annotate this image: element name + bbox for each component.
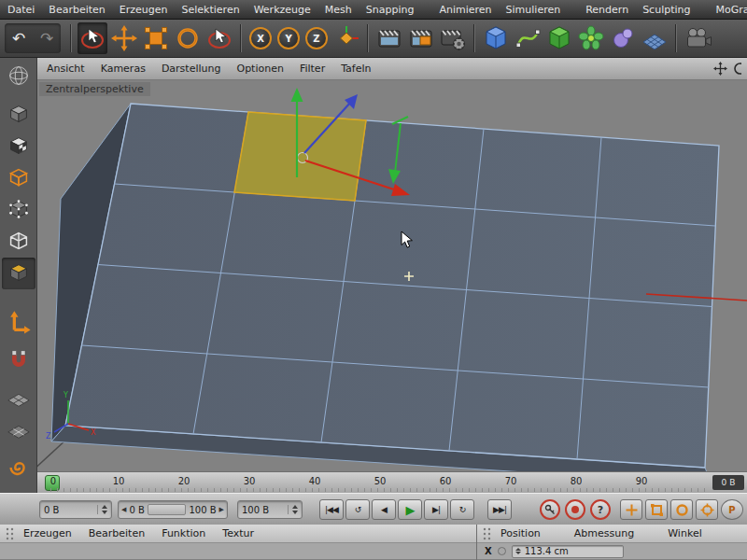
frame-stepper[interactable]	[97, 505, 107, 514]
goto-start-button[interactable]: |◀◀	[319, 499, 344, 520]
panel-drag-handle-icon[interactable]	[6, 527, 14, 540]
vp-menu-optionen[interactable]: Optionen	[236, 63, 283, 75]
enable-axis-button[interactable]	[2, 306, 35, 338]
x-position-field[interactable]: 113.4 cm	[512, 545, 624, 558]
add-metaball-button[interactable]	[608, 22, 638, 54]
stepper-up-icon[interactable]	[515, 548, 521, 551]
rotate-tool[interactable]	[173, 22, 203, 54]
menu-mograph[interactable]: MoGraph	[716, 4, 747, 16]
polygons-mode-button[interactable]	[2, 258, 35, 289]
panel-drag-handle-icon[interactable]	[483, 527, 491, 540]
timeline-ruler[interactable]: 0 10 20 30 40 50 60 70 80 90 0 B	[37, 471, 747, 493]
preview-range-slider[interactable]: ◀ 0 B 100 B ▶	[118, 500, 228, 519]
menu-mesh[interactable]: Mesh	[325, 4, 352, 16]
range-prev-icon[interactable]: ◀	[121, 506, 126, 513]
snap-spiral-button[interactable]	[2, 452, 35, 483]
x-axis-lock-button[interactable]: X	[249, 27, 272, 49]
x-axis-label: X	[257, 34, 264, 44]
end-frame-field[interactable]: 100 B	[237, 500, 303, 519]
key-scale-button[interactable]	[645, 499, 668, 520]
workplane-button[interactable]	[2, 383, 35, 414]
goto-end-button[interactable]: ▶▶|	[487, 499, 512, 520]
current-frame-field[interactable]: 0 B	[39, 500, 112, 519]
menu-datei[interactable]: Datei	[7, 4, 35, 16]
plane-object[interactable]	[51, 104, 719, 471]
stepper-down-icon[interactable]	[292, 511, 298, 514]
menu-sculpting[interactable]: Sculpting	[642, 4, 690, 16]
play-button[interactable]: ▶	[398, 499, 422, 520]
next-frame-button[interactable]: ▶|	[424, 499, 448, 520]
live-selection-tool[interactable]	[78, 22, 107, 54]
stepper-up-icon[interactable]	[102, 505, 107, 509]
move-tool[interactable]	[109, 22, 139, 54]
key-rotation-button[interactable]	[670, 499, 693, 520]
menu-rendern[interactable]: Rendern	[585, 4, 628, 16]
z-axis-lock-button[interactable]: Z	[305, 27, 328, 49]
range-next-icon[interactable]: ▶	[219, 506, 224, 513]
edges-mode-button[interactable]	[2, 226, 35, 258]
key-position-button[interactable]	[620, 499, 642, 520]
menu-simulieren[interactable]: Simulieren	[506, 4, 561, 16]
key-parameter-target-button[interactable]	[696, 499, 718, 520]
last-used-tool[interactable]	[204, 22, 234, 54]
workplane-lock-icon	[6, 417, 32, 443]
material-manager-body[interactable]	[0, 543, 476, 559]
tab-funktion[interactable]: Funktion	[162, 527, 205, 539]
autokey-button[interactable]	[565, 499, 585, 520]
viewport-canvas[interactable]: Y X Z	[37, 80, 747, 471]
vp-menu-tafeln[interactable]: Tafeln	[341, 63, 371, 75]
lock-workplane-button[interactable]	[2, 414, 35, 446]
add-camera-button[interactable]	[683, 22, 712, 54]
viewport[interactable]: Y X Z Zentralperspektive	[37, 80, 747, 471]
end-frame-stepper[interactable]	[288, 505, 298, 514]
tab-erzeugen[interactable]: Erzeugen	[23, 527, 72, 539]
stepper-down-icon[interactable]	[102, 511, 107, 514]
key-pla-button[interactable]: P	[721, 499, 743, 520]
render-to-picture-viewer-button[interactable]	[406, 22, 436, 54]
y-axis-lock-button[interactable]: Y	[277, 27, 300, 49]
stepper-down-icon[interactable]	[515, 552, 521, 554]
vp-menu-ansicht[interactable]: Ansicht	[47, 63, 85, 75]
play-backwards-button[interactable]: ↺	[345, 499, 370, 520]
menu-erzeugen[interactable]: Erzeugen	[120, 4, 168, 16]
enable-snap-button[interactable]	[2, 345, 35, 377]
vp-menu-kameras[interactable]: Kameras	[101, 63, 146, 75]
keyframe-circle-icon[interactable]	[498, 547, 506, 555]
menu-werkzeuge[interactable]: Werkzeuge	[254, 4, 311, 16]
range-track[interactable]	[148, 504, 187, 515]
selected-polygon[interactable]	[234, 112, 366, 201]
undo-button[interactable]: ↶	[5, 23, 33, 53]
vp-menu-filter[interactable]: Filter	[300, 63, 325, 75]
points-mode-button[interactable]	[2, 194, 35, 226]
menu-snapping[interactable]: Snapping	[366, 4, 415, 16]
help-button[interactable]: ?	[590, 499, 611, 520]
add-spline-button[interactable]	[513, 22, 543, 54]
pan-view-icon[interactable]	[713, 62, 727, 76]
texture-mode-button[interactable]	[2, 131, 35, 162]
gizmo-y-arrowhead[interactable]	[291, 88, 303, 102]
coordinate-system-button[interactable]	[331, 22, 361, 54]
menu-selektieren[interactable]: Selektieren	[182, 4, 240, 16]
menu-bearbeiten[interactable]: Bearbeiten	[49, 4, 105, 16]
add-subdivision-surface-button[interactable]	[544, 22, 574, 54]
workplane-mode-button[interactable]	[2, 162, 35, 194]
add-floor-button[interactable]	[640, 22, 669, 54]
model-mode-button[interactable]	[2, 99, 35, 131]
make-editable-button[interactable]	[2, 60, 35, 91]
record-keyframe-button[interactable]	[540, 499, 560, 520]
render-settings-button[interactable]	[438, 22, 468, 54]
add-cloner-button[interactable]	[576, 22, 606, 54]
previous-frame-button[interactable]: ◀	[372, 499, 396, 520]
loop-button[interactable]: ↻	[450, 499, 474, 520]
add-cube-object-button[interactable]	[481, 22, 511, 54]
stepper-up-icon[interactable]	[292, 505, 298, 509]
tab-bearbeiten[interactable]: Bearbeiten	[89, 527, 145, 539]
menu-animieren[interactable]: Animieren	[439, 4, 491, 16]
redo-button[interactable]: ↷	[33, 23, 61, 53]
scale-tool[interactable]	[141, 22, 171, 54]
x-field-stepper[interactable]	[515, 548, 521, 554]
rotate-view-icon[interactable]	[733, 62, 741, 76]
render-view-button[interactable]	[374, 22, 404, 54]
tab-textur[interactable]: Textur	[222, 527, 254, 539]
vp-menu-darstellung[interactable]: Darstellung	[162, 63, 221, 75]
